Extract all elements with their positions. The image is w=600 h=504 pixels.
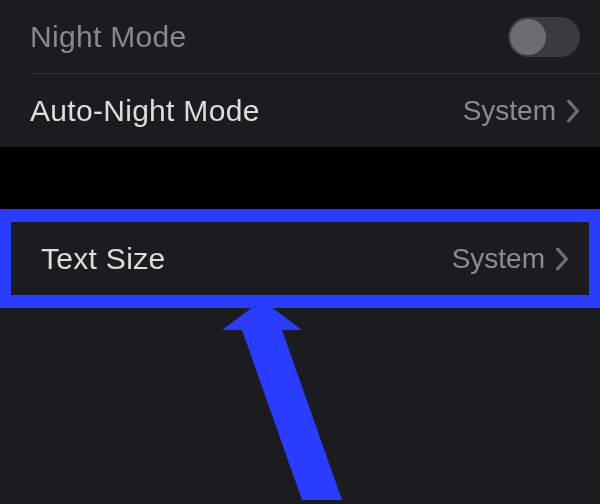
toggle-track bbox=[508, 17, 580, 57]
row-night-mode[interactable]: Night Mode bbox=[0, 0, 600, 73]
toggle-night-mode[interactable] bbox=[508, 17, 580, 57]
chevron-right-icon bbox=[555, 247, 569, 271]
annotation-highlight: Text Size System bbox=[0, 209, 600, 308]
settings-group-top: Night Mode Auto-Night Mode System bbox=[0, 0, 600, 147]
settings-group-bottom: Text Size System bbox=[0, 209, 600, 504]
row-text-size[interactable]: Text Size System bbox=[11, 222, 589, 295]
toggle-knob bbox=[510, 19, 546, 55]
section-gap bbox=[0, 147, 600, 211]
chevron-right-icon bbox=[566, 99, 580, 123]
row-label-auto-night-mode: Auto-Night Mode bbox=[30, 94, 260, 128]
row-auto-night-mode[interactable]: Auto-Night Mode System bbox=[0, 74, 600, 147]
row-value-auto-night-mode: System bbox=[463, 95, 556, 127]
row-value-text-size: System bbox=[452, 243, 545, 275]
row-label-text-size: Text Size bbox=[41, 242, 165, 276]
row-value-wrap: System bbox=[452, 243, 569, 275]
row-value-wrap: System bbox=[463, 95, 580, 127]
row-label-night-mode: Night Mode bbox=[30, 20, 186, 54]
